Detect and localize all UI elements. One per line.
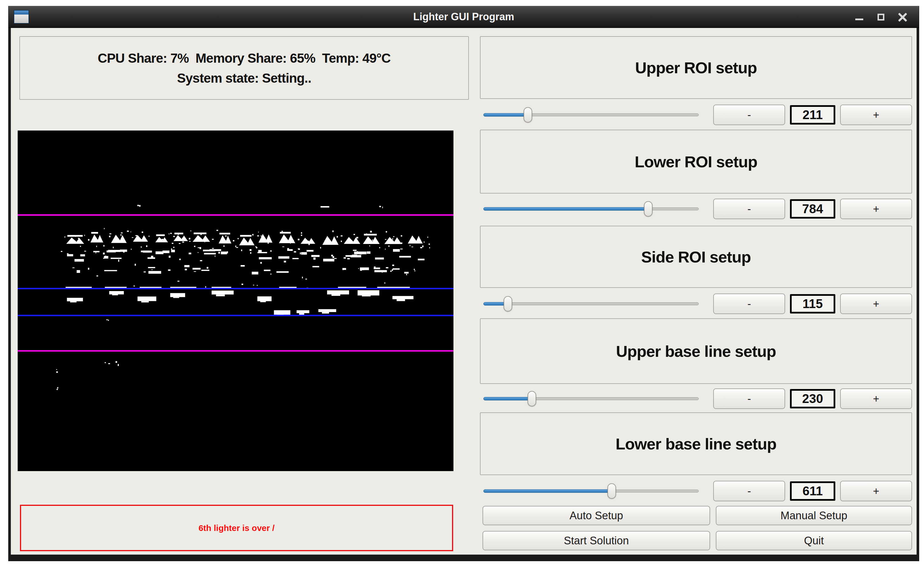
- start-solution-button[interactable]: Start Solution: [483, 531, 710, 550]
- side-roi-controls: - 115 +: [480, 293, 912, 314]
- side-roi-increase-button[interactable]: +: [840, 293, 912, 314]
- upper-roi-decrease-button[interactable]: -: [713, 105, 785, 125]
- lower-roi-decrease-button[interactable]: -: [713, 199, 785, 219]
- titlebar[interactable]: Lighter GUI Program: [9, 6, 919, 28]
- upper-roi-value: 211: [790, 105, 835, 124]
- auto-setup-button[interactable]: Auto Setup: [483, 506, 710, 525]
- lower-base-line-controls: - 611 +: [480, 481, 912, 501]
- status-metrics: CPU Share: 7% Memory Share: 65% Temp: 49…: [98, 51, 391, 66]
- upper-roi-slider-track[interactable]: [483, 114, 699, 116]
- lower-base-line-slider-handle[interactable]: [608, 484, 616, 499]
- window-controls: [853, 6, 909, 28]
- window-title: Lighter GUI Program: [9, 6, 919, 28]
- upper-roi-controls: - 211 +: [480, 105, 912, 125]
- upper-base-line-slider-fill: [483, 397, 532, 400]
- maximize-icon: [878, 13, 884, 21]
- lower-roi-title: Lower ROI setup: [635, 153, 758, 171]
- upper-base-line-slider-track[interactable]: [483, 397, 699, 400]
- upper-roi-increase-button[interactable]: +: [840, 105, 912, 125]
- side-roi-title: Side ROI setup: [641, 248, 751, 266]
- upper-roi-title: Upper ROI setup: [635, 58, 757, 77]
- lower-roi-slider-track[interactable]: [483, 208, 699, 210]
- minimize-button[interactable]: [853, 10, 866, 24]
- alert-message-text: 6th lighter is over /: [198, 523, 274, 533]
- lower-base-line-decrease-button[interactable]: -: [713, 481, 785, 501]
- manual-setup-button[interactable]: Manual Setup: [716, 506, 912, 525]
- lower-roi-slider-handle[interactable]: [644, 201, 652, 217]
- lower-roi-controls: - 784 +: [480, 199, 912, 219]
- alert-message-box: 6th lighter is over /: [20, 505, 453, 551]
- upper-base-line-title: Upper base line setup: [616, 342, 776, 361]
- upper-roi-slider[interactable]: [483, 105, 699, 125]
- app-window: Lighter GUI Program CPU Share: 7% Memory…: [9, 6, 919, 561]
- side-roi-decrease-button[interactable]: -: [713, 293, 785, 314]
- binary-camera-view: [18, 130, 453, 471]
- upper-base-line-title-frame: Upper base line setup: [480, 318, 912, 384]
- side-roi-value: 115: [790, 294, 835, 313]
- side-roi-slider[interactable]: [483, 293, 699, 314]
- lower-base-line-slider-track[interactable]: [483, 490, 699, 493]
- lower-roi-increase-button[interactable]: +: [840, 199, 912, 219]
- lower-roi-title-frame: Lower ROI setup: [480, 130, 912, 193]
- lower-base-line-title-frame: Lower base line setup: [480, 412, 912, 475]
- upper-base-line-slider[interactable]: [483, 388, 699, 409]
- upper-base-line-slider-handle[interactable]: [528, 391, 536, 406]
- maximize-button[interactable]: [874, 10, 888, 24]
- close-icon: [898, 12, 907, 22]
- upper-base-line-controls: - 230 +: [480, 388, 912, 409]
- side-roi-title-frame: Side ROI setup: [480, 226, 912, 288]
- upper-roi-slider-handle[interactable]: [524, 107, 532, 123]
- side-roi-slider-handle[interactable]: [504, 296, 512, 311]
- upper-roi-title-frame: Upper ROI setup: [480, 36, 912, 99]
- upper-base-line-decrease-button[interactable]: -: [713, 388, 785, 409]
- lower-roi-slider[interactable]: [483, 199, 699, 219]
- lower-roi-value: 784: [790, 199, 835, 219]
- upper-base-line-value: 230: [790, 389, 835, 409]
- side-roi-slider-track[interactable]: [483, 302, 699, 305]
- upper-roi-slider-fill: [483, 113, 528, 117]
- lower-base-line-title: Lower base line setup: [615, 434, 776, 453]
- quit-button[interactable]: Quit: [716, 531, 912, 550]
- main-content: CPU Share: 7% Memory Share: 65% Temp: 49…: [11, 28, 916, 555]
- upper-base-line-increase-button[interactable]: +: [840, 388, 912, 409]
- lower-base-line-value: 611: [790, 481, 835, 501]
- status-panel: CPU Share: 7% Memory Share: 65% Temp: 49…: [20, 36, 469, 100]
- lower-base-line-increase-button[interactable]: +: [840, 481, 912, 501]
- status-system-state: System state: Setting..: [177, 70, 311, 86]
- close-button[interactable]: [896, 10, 909, 24]
- minimize-icon: [855, 18, 863, 20]
- lower-base-line-slider-fill: [483, 489, 611, 493]
- lower-roi-slider-fill: [483, 207, 648, 211]
- lower-base-line-slider[interactable]: [483, 481, 699, 501]
